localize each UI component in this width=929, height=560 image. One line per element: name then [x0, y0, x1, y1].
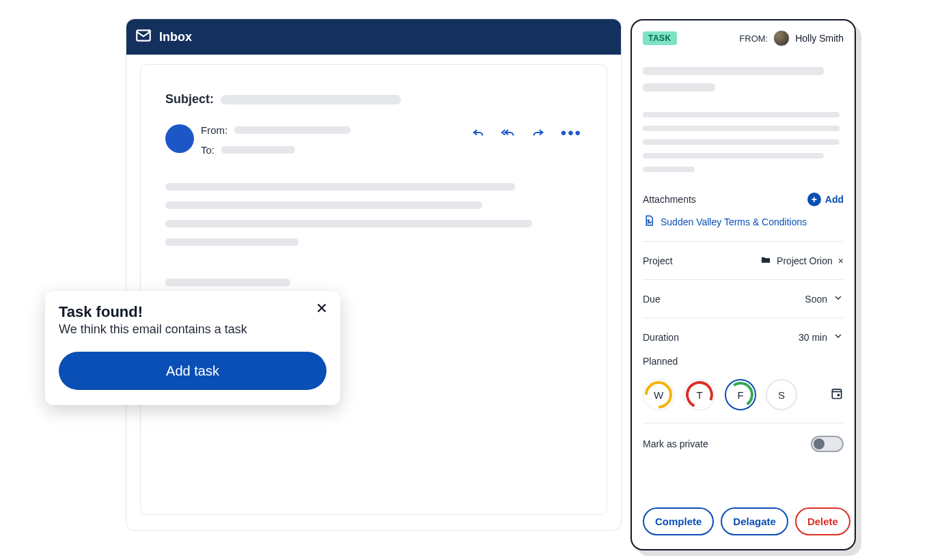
private-section: Mark as private [643, 423, 844, 464]
close-icon[interactable] [314, 300, 329, 318]
to-label: To: [201, 144, 214, 156]
planned-section: Planned W T F S [643, 356, 844, 423]
task-found-popup: Task found! We think this email contains… [45, 291, 340, 405]
envelope-icon [135, 27, 152, 48]
due-label: Due [643, 294, 661, 305]
email-card: Subject: From: To: [140, 64, 607, 515]
image-file-icon [643, 214, 655, 229]
planned-day-f[interactable]: F [725, 379, 756, 410]
calendar-icon[interactable] [830, 387, 844, 403]
reply-icon[interactable] [471, 124, 486, 142]
delegate-button[interactable]: Delagate [721, 507, 788, 535]
folder-icon [760, 254, 771, 267]
duration-value: 30 min [799, 332, 827, 343]
project-value: Project Orion [777, 255, 833, 266]
svg-point-1 [148, 29, 151, 32]
svg-rect-4 [837, 394, 840, 396]
sender-name: Holly Smith [795, 33, 844, 44]
svg-point-2 [648, 220, 649, 221]
planned-day-w[interactable]: W [643, 379, 674, 410]
inbox-window: Inbox Subject: From: To: [126, 19, 621, 530]
from-label: From: [201, 124, 227, 136]
task-actions: Complete Delagate Delete [643, 494, 844, 535]
attachments-heading: Attachments [643, 194, 696, 205]
task-panel: TASK FROM: Holly Smith Attachments + Add… [630, 19, 856, 550]
task-title-placeholder [643, 67, 844, 92]
planned-day-t[interactable]: T [684, 379, 715, 410]
delete-button[interactable]: Delete [795, 507, 850, 535]
add-attachment-button[interactable]: + Add [807, 193, 844, 206]
duration-select[interactable]: 30 min [799, 331, 844, 344]
reply-all-icon[interactable] [501, 124, 516, 142]
duration-section: Duration 30 min [643, 318, 844, 356]
email-body-placeholder [165, 183, 582, 286]
project-value-group[interactable]: Project Orion × [760, 254, 844, 267]
project-section: Project Project Orion × [643, 241, 844, 279]
forward-icon[interactable] [531, 124, 546, 142]
planned-day-s[interactable]: S [766, 379, 797, 410]
subject-placeholder [221, 95, 401, 104]
sender-avatar [165, 124, 194, 153]
inbox-header: Inbox [126, 19, 621, 55]
due-section: Due Soon [643, 279, 844, 318]
clear-project-icon[interactable]: × [838, 255, 844, 266]
inbox-title: Inbox [159, 30, 192, 44]
svg-rect-3 [832, 389, 841, 398]
task-badge: TASK [643, 31, 677, 45]
attachment-item[interactable]: Sudden Valley Terms & Conditions [643, 214, 844, 229]
chevron-down-icon [833, 331, 844, 344]
chevron-down-icon [833, 292, 844, 305]
to-placeholder [221, 146, 295, 154]
due-select[interactable]: Soon [805, 292, 844, 305]
task-desc-placeholder [643, 112, 844, 172]
attachments-section: Attachments + Add Sudden Valley Terms & … [643, 193, 844, 241]
due-value: Soon [805, 294, 827, 305]
plus-icon: + [807, 193, 821, 206]
private-label: Mark as private [643, 438, 708, 449]
project-label: Project [643, 255, 673, 266]
panel-from-label: FROM: [739, 33, 768, 44]
planned-label: Planned [643, 356, 844, 367]
attachment-name: Sudden Valley Terms & Conditions [661, 216, 807, 227]
popup-title: Task found! [59, 303, 327, 321]
more-icon[interactable]: ••• [561, 130, 582, 137]
add-task-button[interactable]: Add task [59, 352, 327, 390]
complete-button[interactable]: Complete [643, 507, 714, 535]
private-toggle[interactable] [811, 436, 844, 452]
subject-label: Subject: [165, 92, 214, 107]
add-label: Add [825, 194, 844, 205]
popup-subtitle: We think this email contains a task [59, 322, 327, 337]
avatar [773, 30, 790, 46]
duration-label: Duration [643, 332, 679, 343]
from-placeholder [234, 126, 350, 134]
